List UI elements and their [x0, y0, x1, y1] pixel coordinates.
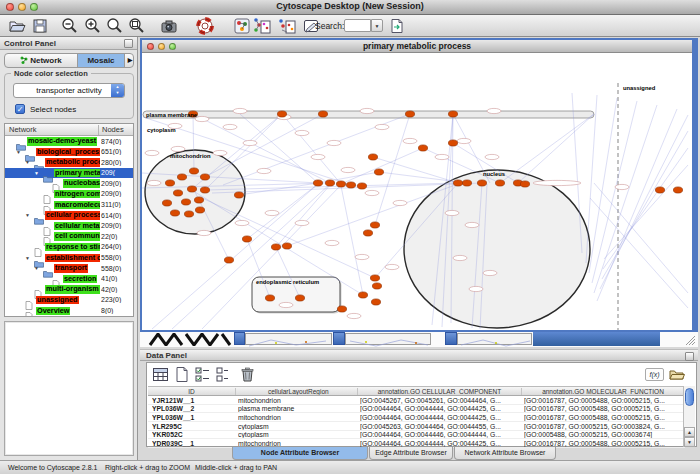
tab-network-attribute-browser[interactable]: Network Attribute Browser — [454, 447, 556, 460]
minimized-window-preview[interactable] — [245, 333, 332, 345]
minimized-window-preview[interactable] — [345, 333, 431, 345]
minimized-window-titlebar[interactable] — [333, 332, 345, 345]
network-node[interactable] — [448, 111, 457, 117]
network-node[interactable] — [363, 230, 372, 236]
tab-node-attribute-browser[interactable]: Node Attribute Browser — [232, 447, 368, 460]
tree-row[interactable]: ▼cellular process614(0) — [5, 210, 133, 221]
network-node[interactable] — [418, 145, 427, 151]
delete-attribute-trash-icon[interactable] — [239, 366, 256, 383]
network-overview-icon[interactable] — [233, 17, 251, 35]
network-node[interactable] — [370, 275, 379, 281]
resize-grip-icon[interactable] — [684, 334, 696, 346]
network-node[interactable] — [271, 244, 280, 250]
table-row[interactable]: YLR295Ccytoplasm[GO:0045263, GO:0044464,… — [148, 422, 685, 431]
network-node[interactable] — [277, 111, 286, 117]
network-node[interactable] — [368, 154, 377, 160]
copy-network-style-icon[interactable] — [278, 17, 296, 35]
table-row[interactable]: YPL036W__2plasma membrane[GO:0044464, GO… — [148, 405, 685, 414]
search-options-icon[interactable] — [388, 17, 406, 35]
table-row[interactable]: YKR052Ccytoplasm[GO:0044464, GO:0044446,… — [148, 431, 685, 440]
node-color-combobox[interactable]: transporter activity ▲▼ — [13, 83, 125, 98]
tree-row[interactable]: macromolecule311(0) — [5, 200, 133, 211]
scroll-down-icon[interactable]: ▼ — [684, 437, 695, 447]
attribute-select-table-icon[interactable] — [152, 366, 169, 383]
scroll-up-icon[interactable]: ▲ — [684, 427, 695, 437]
function-builder-icon[interactable]: f(x) — [645, 368, 664, 381]
scrollbar-thumb[interactable] — [685, 388, 694, 406]
tree-row[interactable]: ▼establishment of lo558(0) — [5, 253, 133, 264]
float-panel-icon[interactable] — [124, 39, 133, 48]
network-node[interactable] — [520, 181, 529, 187]
tab-mosaic[interactable]: Mosaic — [77, 54, 125, 67]
snapshot-camera-icon[interactable] — [160, 17, 178, 35]
network-node[interactable] — [295, 295, 304, 301]
search-input[interactable] — [344, 19, 371, 32]
tree-expander-icon[interactable]: ▼ — [25, 212, 30, 218]
network-node[interactable] — [242, 236, 251, 242]
tree-expander-icon[interactable]: ▼ — [34, 170, 39, 176]
network-node[interactable] — [448, 140, 457, 146]
tree-row[interactable]: ▼transport558(0) — [5, 263, 133, 274]
tree-row[interactable]: mosaic-demo-yeast874(0) — [5, 136, 133, 147]
network-node[interactable] — [358, 292, 367, 298]
tree-row[interactable]: ▼metabolic process280(0) — [5, 157, 133, 168]
network-node[interactable] — [165, 180, 174, 186]
minimized-window-titlebar[interactable] — [533, 332, 660, 346]
network-node[interactable] — [346, 182, 355, 188]
tree-expander-icon[interactable]: ▼ — [16, 149, 21, 155]
apply-vizmap-icon[interactable] — [253, 17, 271, 35]
zoom-out-icon[interactable] — [60, 17, 78, 35]
network-node[interactable] — [462, 180, 471, 186]
network-node[interactable] — [187, 186, 196, 192]
network-node[interactable] — [265, 295, 274, 301]
network-node[interactable] — [200, 187, 209, 193]
tree-row[interactable]: Overview8(0) — [5, 306, 133, 317]
network-node[interactable] — [372, 283, 381, 289]
tab-edge-attribute-browser[interactable]: Edge Attribute Browser — [369, 447, 453, 460]
tree-row[interactable]: multi-organism pro42(0) — [5, 284, 133, 295]
tree-row[interactable]: unassigned223(0) — [5, 295, 133, 306]
float-data-panel-icon[interactable] — [685, 352, 694, 361]
tree-row[interactable]: nitrogen compo209(0) — [5, 189, 133, 200]
zoom-selected-region-icon[interactable] — [127, 17, 145, 35]
network-node[interactable] — [234, 192, 243, 198]
table-row[interactable]: YJR121W__1mitochondrion[GO:0045267, GO:0… — [148, 396, 685, 405]
tree-row[interactable]: cell communicat22(0) — [5, 231, 133, 242]
network-node[interactable] — [370, 222, 379, 228]
select-nodes-checkbox[interactable]: ✓ — [15, 104, 25, 114]
network-node[interactable] — [181, 199, 190, 205]
table-row[interactable]: YPL036W__1mitochondrion[GO:0044464, GO:0… — [148, 413, 685, 422]
network-node[interactable] — [405, 111, 414, 117]
save-icon[interactable] — [31, 17, 49, 35]
zoom-fit-icon[interactable] — [105, 17, 123, 35]
network-node[interactable] — [184, 211, 193, 217]
network-node[interactable] — [224, 257, 233, 263]
tree-row[interactable]: ▼primary metabo209( — [5, 168, 133, 179]
network-node[interactable] — [194, 197, 203, 203]
tree-row[interactable]: nucleobase-209(0) — [5, 178, 133, 189]
network-node[interactable] — [195, 207, 204, 213]
network-node[interactable] — [336, 181, 345, 187]
tree-row[interactable]: ▼biological_process651(0) — [5, 147, 133, 158]
select-all-attributes-icon[interactable] — [194, 366, 211, 383]
network-node[interactable] — [173, 190, 182, 196]
network-window-titlebar[interactable]: primary metabolic process — [142, 40, 692, 53]
network-node[interactable] — [177, 174, 186, 180]
col-id[interactable]: ID — [148, 388, 236, 395]
help-lifesaver-icon[interactable] — [196, 17, 214, 35]
tree-row[interactable]: secretion41(0) — [5, 274, 133, 285]
network-node[interactable] — [337, 306, 346, 312]
minimized-window-glyph[interactable] — [148, 333, 238, 346]
network-node[interactable] — [371, 299, 380, 305]
network-node[interactable] — [313, 180, 322, 186]
import-attributes-folder-icon[interactable] — [668, 366, 685, 383]
minimized-window-titlebar[interactable] — [234, 332, 245, 345]
window-titlebar[interactable]: Cytoscape Desktop (New Session) — [0, 0, 700, 15]
open-folder-icon[interactable] — [8, 17, 26, 35]
tree-row[interactable]: response to stimulu264(0) — [5, 242, 133, 253]
tree-expander-icon[interactable]: ▼ — [34, 265, 39, 271]
unselect-all-attributes-icon[interactable] — [215, 366, 232, 383]
network-node[interactable] — [357, 183, 366, 189]
minimized-window-preview[interactable] — [457, 333, 532, 345]
tree-expander-icon[interactable]: ▼ — [25, 255, 30, 261]
